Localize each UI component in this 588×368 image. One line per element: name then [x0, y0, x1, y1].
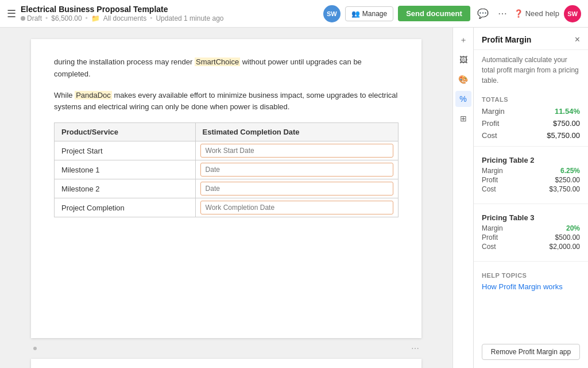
avatar-initials: SW [327, 10, 337, 17]
remove-app-button[interactable]: Remove Profit Margin app [482, 344, 580, 360]
how-profit-margin-works-link[interactable]: How Profit Margin works [482, 282, 563, 291]
price-label: $6,500.00 [51, 14, 82, 22]
pricing-margin-label: Margin [482, 167, 503, 175]
pricing-table-3: Pricing Table 3 Margin 20% Profit $500.0… [474, 209, 588, 256]
page-divider: ⋯ [31, 344, 421, 353]
image-icon: 🖼 [459, 55, 467, 64]
pricing-cost-value: $2,000.00 [550, 243, 580, 251]
user-avatar[interactable]: SW [564, 5, 581, 22]
pricing-table-2: Pricing Table 2 Margin 6.25% Profit $250… [474, 151, 588, 199]
margin-value: 11.54% [555, 107, 580, 116]
folder-icon: 📁 [91, 14, 100, 22]
pricing-margin-value: 20% [566, 224, 580, 232]
pricing-tables: Pricing Table 2 Margin 6.25% Profit $250… [474, 151, 588, 256]
totals-section-label: TOTALS [474, 90, 588, 105]
send-label: Send document [406, 9, 462, 18]
cost-value: $5,750.00 [547, 131, 580, 140]
pricing-margin-value: 6.25% [560, 167, 580, 175]
more-options-button[interactable]: ⋯ [496, 6, 509, 21]
chat-icon: 💬 [477, 8, 489, 19]
pricing-button[interactable]: % [455, 91, 471, 107]
document-page: during the installation process may rend… [31, 39, 421, 338]
date-input[interactable] [200, 201, 393, 214]
service-cell: Project Completion [55, 198, 196, 217]
need-help-button[interactable]: ❓ Need help [514, 9, 559, 18]
meta-sep: • [45, 14, 48, 22]
more-icon: ⋯ [498, 8, 507, 19]
pricing-cost-row: Cost $2,000.00 [482, 243, 580, 251]
cost-label: Cost [482, 131, 497, 140]
profit-margin-panel: Profit Margin × Automatically calculate … [473, 28, 588, 368]
service-cell: Project Start [55, 141, 196, 160]
divider-dot [33, 347, 37, 350]
hamburger-icon[interactable]: ☰ [7, 7, 16, 20]
topbar-right: SW 👥 Manage Send document 💬 ⋯ ❓ Need hel… [323, 5, 581, 22]
sidebar-icon-strip: ＋ 🖼 🎨 % ⊞ [452, 28, 473, 368]
pricing-profit-value: $500.00 [555, 233, 580, 241]
service-cell: Milestone 1 [55, 160, 196, 179]
main: during the installation process may rend… [0, 28, 588, 368]
manage-label: Manage [362, 10, 387, 18]
pandadoc-highlight: PandaDoc [75, 91, 112, 99]
pricing-table-title: Pricing Table 2 [482, 156, 580, 164]
doc-meta: Draft • $6,500.00 • 📁 All documents • Up… [21, 14, 223, 22]
pricing-profit-row: Profit $250.00 [482, 176, 580, 184]
panel-content: Profit Margin × Automatically calculate … [474, 28, 588, 344]
totals-cost-row: Cost $5,750.00 [474, 129, 588, 141]
help-section: HELP TOPICS How Profit Margin works [474, 266, 588, 297]
panel-close-button[interactable]: × [575, 34, 580, 45]
help-question-icon: ❓ [514, 9, 523, 18]
draft-label: Draft [27, 14, 42, 22]
divider1 [474, 146, 588, 147]
date-cell [195, 160, 398, 179]
date-cell [195, 179, 398, 198]
date-input[interactable] [200, 182, 393, 195]
draft-badge: Draft [21, 14, 42, 22]
totals-profit-row: Profit $750.00 [474, 117, 588, 129]
help-title: HELP TOPICS [482, 272, 580, 279]
send-document-button[interactable]: Send document [398, 6, 470, 21]
panel-title: Profit Margin [482, 35, 531, 44]
next-page: ⠿ Bill of Materials [31, 359, 421, 368]
divider-pricing-0 [474, 204, 588, 204]
date-cell [195, 141, 398, 160]
date-input[interactable] [200, 163, 393, 177]
col-product-service: Product/Service [55, 123, 196, 141]
smartchoice-highlight: SmartChoice [195, 57, 240, 66]
plus-icon: ＋ [459, 35, 467, 45]
totals-margin-row: Margin 11.54% [474, 105, 588, 117]
pricing-cost-label: Cost [482, 185, 496, 193]
apps-button[interactable]: ⊞ [455, 110, 471, 126]
user-initials: SW [567, 10, 578, 17]
panel-header: Profit Margin × [474, 28, 588, 50]
add-element-button[interactable]: ＋ [455, 32, 471, 48]
pricing-margin-row: Margin 6.25% [482, 167, 580, 175]
chat-icon-button[interactable]: 💬 [475, 6, 491, 21]
table-row: Project Start [55, 141, 399, 160]
margin-label: Margin [482, 107, 505, 116]
palette-icon: 🎨 [458, 75, 468, 84]
right-area: ＋ 🖼 🎨 % ⊞ Profit Margin × Automati [452, 28, 588, 368]
meta-sep2: • [86, 14, 88, 22]
pricing-profit-label: Profit [482, 176, 498, 184]
need-help-label: Need help [525, 9, 559, 18]
media-button[interactable]: 🖼 [455, 52, 471, 68]
panel-description: Automatically calculate your total profi… [474, 50, 588, 90]
doc-area: during the installation process may rend… [0, 28, 452, 368]
updated-label: Updated 1 minute ago [156, 14, 223, 22]
table-row: Project Completion [55, 198, 399, 217]
pricing-margin-label: Margin [482, 224, 503, 232]
profit-label: Profit [482, 119, 499, 128]
draft-dot-icon [21, 16, 25, 21]
pricing-cost-row: Cost $3,750.00 [482, 185, 580, 193]
table-row: Milestone 2 [55, 179, 399, 198]
percent-icon: % [459, 94, 466, 103]
all-docs-link[interactable]: All documents [103, 14, 146, 22]
topbar-left: ☰ Electrical Business Proposal Template … [7, 5, 318, 22]
design-button[interactable]: 🎨 [455, 71, 471, 87]
date-input[interactable] [200, 144, 393, 158]
page-options-button[interactable]: ⋯ [411, 344, 419, 353]
pricing-cost-value: $3,750.00 [550, 185, 580, 193]
paragraph2: While PandaDoc makes every available eff… [54, 90, 399, 114]
manage-button[interactable]: 👥 Manage [345, 6, 393, 21]
